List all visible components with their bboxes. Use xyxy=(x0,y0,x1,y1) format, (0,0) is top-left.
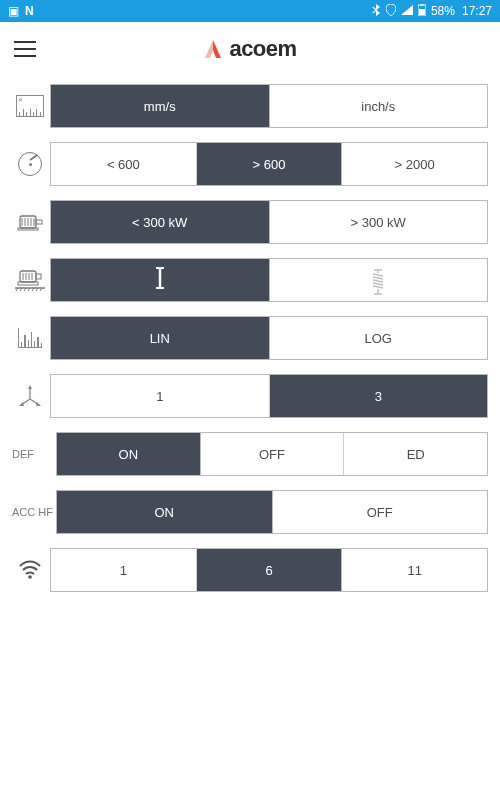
ruler-icon xyxy=(10,84,50,128)
spring-icon xyxy=(371,269,385,291)
wifi-icon xyxy=(10,548,50,592)
acchf-option-off[interactable]: OFF xyxy=(272,491,488,533)
clock: 17:27 xyxy=(462,4,492,18)
def-option-on[interactable]: ON xyxy=(57,433,200,475)
mount-option-rigid[interactable] xyxy=(51,259,269,301)
def-option-ed[interactable]: ED xyxy=(343,433,487,475)
speed-option-gt2000[interactable]: > 2000 xyxy=(341,143,487,185)
acchf-label: ACC HF xyxy=(10,490,56,534)
axes-option-3[interactable]: 3 xyxy=(269,375,488,417)
units-option-mms[interactable]: mm/s xyxy=(51,85,269,127)
seg-speed: < 600 > 600 > 2000 xyxy=(50,142,488,186)
seg-units: mm/s inch/s xyxy=(50,84,488,128)
seg-mount xyxy=(50,258,488,302)
svg-marker-34 xyxy=(28,385,32,389)
spectrum-icon xyxy=(10,316,50,360)
units-option-inchs[interactable]: inch/s xyxy=(269,85,488,127)
wifi-option-6[interactable]: 6 xyxy=(196,549,342,591)
settings-list: mm/s inch/s < 600 > 600 > 2000 < 300 kW … xyxy=(0,76,500,592)
svg-marker-36 xyxy=(36,402,41,406)
axes-3d-icon xyxy=(10,374,50,418)
svg-rect-16 xyxy=(36,274,41,279)
mount-option-flexible[interactable] xyxy=(269,259,488,301)
row-units: mm/s inch/s xyxy=(10,84,488,128)
speed-option-lt600[interactable]: < 600 xyxy=(51,143,196,185)
svg-rect-17 xyxy=(18,282,38,285)
speed-option-gt600[interactable]: > 600 xyxy=(196,143,342,185)
status-left: ▣ N xyxy=(8,5,34,17)
scale-option-log[interactable]: LOG xyxy=(269,317,488,359)
scale-option-lin[interactable]: LIN xyxy=(51,317,269,359)
row-wifi: 1 6 11 xyxy=(10,548,488,592)
brand: acoem xyxy=(0,36,500,62)
seg-scale: LIN LOG xyxy=(50,316,488,360)
row-acchf: ACC HF ON OFF xyxy=(10,490,488,534)
battery-icon xyxy=(418,4,426,18)
location-icon xyxy=(386,4,396,18)
seg-acchf: ON OFF xyxy=(56,490,488,534)
seg-def: ON OFF ED xyxy=(56,432,488,476)
rigid-icon xyxy=(155,266,165,295)
signal-icon xyxy=(401,5,413,17)
app-header: acoem xyxy=(0,22,500,76)
power-option-gt300[interactable]: > 300 kW xyxy=(269,201,488,243)
power-option-lt300[interactable]: < 300 kW xyxy=(51,201,269,243)
n-icon: N xyxy=(25,5,34,17)
axes-option-1[interactable]: 1 xyxy=(51,375,269,417)
svg-marker-35 xyxy=(19,402,24,406)
def-label: DEF xyxy=(10,432,56,476)
menu-button[interactable] xyxy=(14,41,36,57)
brand-name: acoem xyxy=(229,36,296,62)
wifi-option-11[interactable]: 11 xyxy=(341,549,487,591)
seg-power: < 300 kW > 300 kW xyxy=(50,200,488,244)
brand-logo-icon xyxy=(203,38,223,60)
bluetooth-icon xyxy=(372,4,381,18)
acchf-option-on[interactable]: ON xyxy=(57,491,272,533)
def-option-off[interactable]: OFF xyxy=(200,433,344,475)
picture-icon: ▣ xyxy=(8,5,19,17)
row-scale: LIN LOG xyxy=(10,316,488,360)
wifi-option-1[interactable]: 1 xyxy=(51,549,196,591)
svg-point-37 xyxy=(28,575,32,579)
machine-base-icon xyxy=(10,258,50,302)
svg-rect-1 xyxy=(420,4,423,6)
seg-axes: 1 3 xyxy=(50,374,488,418)
seg-wifi: 1 6 11 xyxy=(50,548,488,592)
android-status-bar: ▣ N 58% 17:27 xyxy=(0,0,500,22)
gauge-icon xyxy=(10,142,50,186)
svg-rect-11 xyxy=(20,271,36,282)
row-axes: 1 3 xyxy=(10,374,488,418)
status-right: 58% 17:27 xyxy=(372,4,492,18)
row-def: DEF ON OFF ED xyxy=(10,432,488,476)
svg-rect-10 xyxy=(18,228,38,230)
battery-percent: 58% xyxy=(431,4,455,18)
svg-rect-2 xyxy=(419,9,425,15)
row-speed: < 600 > 600 > 2000 xyxy=(10,142,488,186)
row-mount xyxy=(10,258,488,302)
row-power: < 300 kW > 300 kW xyxy=(10,200,488,244)
motor-icon xyxy=(10,200,50,244)
svg-rect-9 xyxy=(36,220,42,224)
